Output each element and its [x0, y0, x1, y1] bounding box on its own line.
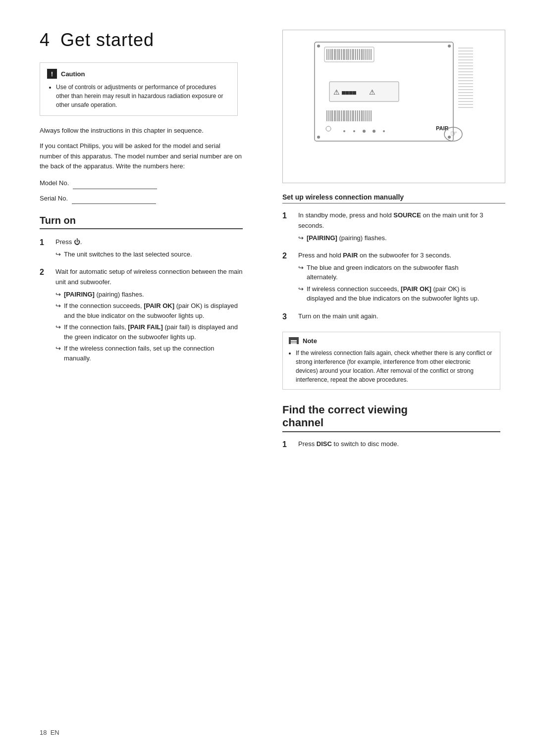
serial-label: Serial No.: [40, 195, 68, 202]
step-2-main: Wait for automatic setup of wireless con…: [55, 267, 243, 288]
ws-step-3-number: 3: [282, 311, 294, 322]
note-box: Note If the wireless connection fails ag…: [282, 332, 500, 390]
step-1-sub-1-text: The unit switches to the last selected s…: [64, 250, 192, 259]
ws-step-2-number: 2: [282, 251, 294, 261]
model-label: Model No.: [40, 179, 69, 187]
ws-step-2-sub-1: ↪ The blue and green indicators on the s…: [298, 263, 485, 282]
step-2-sub-3-text: If the connection fails, [PAIR FAIL] (pa…: [64, 322, 243, 342]
step-2-sub-4-text: If the wireless connection fails, set up…: [64, 344, 243, 363]
svg-point-87: [317, 136, 320, 139]
step-2-sub-1: ↪ [PAIRING] (pairing) flashes.: [55, 290, 243, 300]
step-1-sub-1: ↪ The unit switches to the last selected…: [55, 250, 243, 259]
ws-step-2: 2 Press and hold PAIR on the subwoofer f…: [282, 251, 485, 304]
ws-step-1: 1 In standby mode, press and hold SOURCE…: [282, 210, 485, 244]
arrow-icon: ↪: [55, 344, 61, 353]
ws-step-1-number: 1: [282, 210, 294, 221]
arrow-icon: ↪: [55, 322, 61, 332]
note-label: Note: [303, 337, 317, 345]
note-header: Note: [289, 337, 494, 345]
chapter-number: 4: [40, 30, 50, 50]
chapter-title: 4 Get started: [40, 30, 263, 50]
fc-step-1: 1 Press DISC to switch to disc mode.: [282, 439, 485, 452]
svg-point-77: [326, 126, 331, 131]
step-2: 2 Wait for automatic setup of wireless c…: [40, 267, 243, 364]
step-2-sub-4: ↪ If the wireless connection fails, set …: [55, 344, 243, 363]
svg-text:⚠: ⚠: [369, 88, 375, 96]
ws-step-2-sub-1-text: The blue and green indicators on the sub…: [307, 263, 485, 282]
ws-step-3-main: Turn on the main unit again.: [298, 311, 485, 322]
serial-line: Serial No.: [40, 192, 263, 204]
wireless-setup-heading: Set up wireless connection manually: [282, 193, 505, 203]
serial-field: [72, 192, 156, 204]
fc-step-1-number: 1: [282, 439, 294, 450]
model-field: [73, 177, 157, 189]
find-channel-heading: Find the correct viewingchannel: [282, 403, 500, 432]
caution-item: Use of controls or adjustments or perfor…: [56, 83, 230, 109]
page-footer: 18 EN: [40, 729, 59, 736]
ws-step-3: 3 Turn on the main unit again.: [282, 311, 485, 324]
ws-step-1-content: In standby mode, press and hold SOURCE o…: [298, 210, 485, 244]
arrow-icon: ↪: [298, 233, 304, 243]
intro-line2: If you contact Philips, you will be aske…: [40, 141, 243, 172]
svg-point-78: [343, 130, 345, 132]
svg-point-79: [353, 130, 355, 132]
page-lang: EN: [51, 729, 59, 736]
svg-rect-48: [329, 82, 399, 101]
arrow-icon: ↪: [298, 284, 304, 294]
svg-text:PAIR: PAIR: [436, 125, 449, 131]
svg-point-89: [448, 136, 451, 139]
note-icon: [289, 337, 299, 344]
fc-step-1-content: Press DISC to switch to disc mode.: [298, 439, 485, 452]
step-2-sub-2: ↪ If the connection succeeds, [PAIR OK] …: [55, 301, 243, 320]
find-channel-steps: 1 Press DISC to switch to disc mode.: [282, 439, 485, 452]
svg-text:⚠: ⚠: [333, 88, 340, 96]
device-diagram: ⚠ ■■■■ ⚠: [282, 30, 505, 183]
caution-header: ! Caution: [47, 69, 230, 79]
arrow-icon: ↪: [298, 263, 304, 273]
model-line: Model No.: [40, 177, 263, 189]
step-1-number: 1: [40, 237, 52, 248]
arrow-icon: ↪: [55, 290, 61, 300]
step-1: 1 Press ⏻. ↪ The unit switches to the la…: [40, 237, 243, 260]
svg-point-86: [317, 45, 320, 48]
caution-icon: !: [47, 69, 57, 79]
page-number: 18: [40, 729, 47, 736]
caution-label: Caution: [61, 70, 85, 78]
turn-on-steps: 1 Press ⏻. ↪ The unit switches to the la…: [40, 237, 243, 364]
step-2-sub-2-text: If the connection succeeds, [PAIR OK] (p…: [64, 301, 243, 320]
chapter-title-text: Get started: [60, 30, 154, 50]
ws-step-2-sub-2: ↪ If wireless connection succeeds, [PAIR…: [298, 284, 485, 303]
intro-line1: Always follow the instructions in this c…: [40, 126, 243, 136]
step-2-number: 2: [40, 267, 52, 278]
svg-text:☞: ☞: [450, 129, 457, 138]
ws-step-2-content: Press and hold PAIR on the subwoofer for…: [298, 251, 485, 304]
turn-on-heading: Turn on: [40, 215, 243, 229]
svg-rect-1: [324, 47, 374, 62]
caution-box: ! Caution Use of controls or adjustments…: [40, 62, 238, 116]
note-item: If the wireless connection fails again, …: [296, 349, 494, 384]
svg-text:■■■■: ■■■■: [342, 89, 357, 96]
svg-point-81: [373, 130, 375, 133]
fc-step-1-main: Press DISC to switch to disc mode.: [298, 439, 485, 450]
device-svg: ⚠ ■■■■ ⚠: [290, 37, 498, 176]
ws-step-1-main: In standby mode, press and hold SOURCE o…: [298, 210, 485, 231]
step-1-content: Press ⏻. ↪ The unit switches to the last…: [55, 237, 243, 260]
note-text: If the wireless connection fails again, …: [289, 349, 494, 384]
step-1-main: Press ⏻.: [55, 237, 243, 248]
arrow-icon: ↪: [55, 250, 61, 259]
step-2-sub-1-text: [PAIRING] (pairing) flashes.: [64, 290, 144, 300]
arrow-icon: ↪: [55, 301, 61, 311]
caution-text: Use of controls or adjustments or perfor…: [47, 83, 230, 109]
svg-point-82: [383, 130, 385, 132]
ws-step-1-sub-1-text: [PAIRING] (pairing) flashes.: [307, 233, 387, 243]
wireless-steps: 1 In standby mode, press and hold SOURCE…: [282, 210, 485, 324]
step-2-sub-3: ↪ If the connection fails, [PAIR FAIL] (…: [55, 322, 243, 342]
ws-step-3-content: Turn on the main unit again.: [298, 311, 485, 324]
ws-step-2-main: Press and hold PAIR on the subwoofer for…: [298, 251, 485, 261]
svg-point-80: [363, 130, 366, 133]
ws-step-2-sub-2-text: If wireless connection succeeds, [PAIR O…: [307, 284, 485, 303]
svg-point-88: [448, 45, 451, 48]
step-2-content: Wait for automatic setup of wireless con…: [55, 267, 243, 364]
ws-step-1-sub-1: ↪ [PAIRING] (pairing) flashes.: [298, 233, 485, 243]
